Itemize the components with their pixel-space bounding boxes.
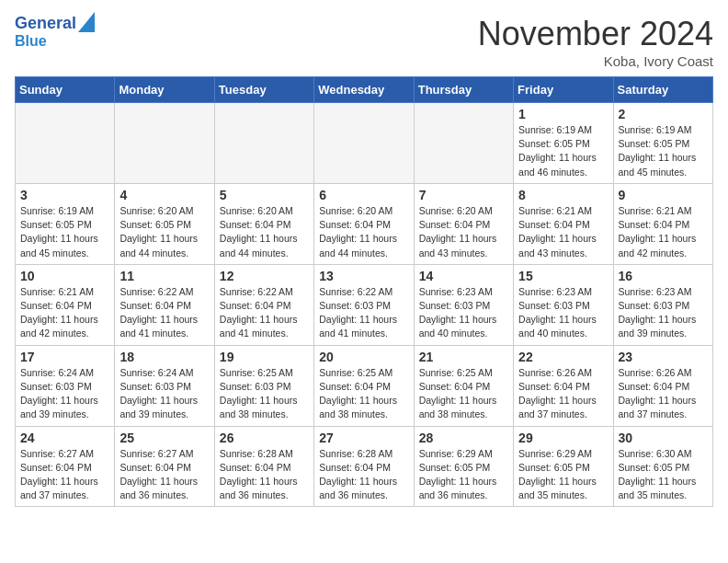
calendar-cell: 10Sunrise: 6:21 AMSunset: 6:04 PMDayligh…	[16, 264, 115, 345]
day-info: Sunrise: 6:27 AMSunset: 6:04 PMDaylight:…	[20, 447, 109, 503]
day-info: Sunrise: 6:24 AMSunset: 6:03 PMDaylight:…	[20, 366, 109, 422]
day-number: 17	[20, 350, 109, 364]
day-info: Sunrise: 6:20 AMSunset: 6:04 PMDaylight:…	[319, 204, 408, 260]
week-row-1: 1Sunrise: 6:19 AMSunset: 6:05 PMDaylight…	[16, 103, 713, 184]
day-number: 7	[419, 188, 508, 202]
day-info: Sunrise: 6:22 AMSunset: 6:04 PMDaylight:…	[220, 285, 309, 341]
calendar-cell: 27Sunrise: 6:28 AMSunset: 6:04 PMDayligh…	[314, 426, 414, 507]
day-number: 30	[619, 431, 708, 445]
calendar-cell	[115, 103, 214, 184]
calendar-cell: 18Sunrise: 6:24 AMSunset: 6:03 PMDayligh…	[115, 345, 214, 426]
calendar-cell: 19Sunrise: 6:25 AMSunset: 6:03 PMDayligh…	[214, 345, 313, 426]
day-info: Sunrise: 6:19 AMSunset: 6:05 PMDaylight:…	[619, 123, 708, 179]
day-info: Sunrise: 6:20 AMSunset: 6:05 PMDaylight:…	[119, 204, 209, 260]
weekday-header-sunday: Sunday	[16, 77, 115, 103]
day-number: 23	[619, 350, 708, 364]
day-info: Sunrise: 6:19 AMSunset: 6:05 PMDaylight:…	[20, 204, 109, 260]
calendar-cell	[314, 103, 414, 184]
day-number: 13	[319, 269, 408, 283]
day-info: Sunrise: 6:20 AMSunset: 6:04 PMDaylight:…	[419, 204, 508, 260]
day-info: Sunrise: 6:27 AMSunset: 6:04 PMDaylight:…	[119, 447, 209, 503]
calendar-cell: 2Sunrise: 6:19 AMSunset: 6:05 PMDaylight…	[613, 103, 712, 184]
calendar-cell: 3Sunrise: 6:19 AMSunset: 6:05 PMDaylight…	[16, 183, 115, 264]
calendar-cell: 20Sunrise: 6:25 AMSunset: 6:04 PMDayligh…	[314, 345, 414, 426]
calendar-cell: 23Sunrise: 6:26 AMSunset: 6:04 PMDayligh…	[613, 345, 712, 426]
weekday-header-row: SundayMondayTuesdayWednesdayThursdayFrid…	[16, 77, 713, 103]
day-number: 4	[119, 188, 209, 202]
day-number: 24	[20, 431, 109, 445]
calendar-cell: 25Sunrise: 6:27 AMSunset: 6:04 PMDayligh…	[115, 426, 214, 507]
calendar-cell: 12Sunrise: 6:22 AMSunset: 6:04 PMDayligh…	[214, 264, 313, 345]
calendar-cell: 21Sunrise: 6:25 AMSunset: 6:04 PMDayligh…	[414, 345, 513, 426]
calendar-cell	[16, 103, 115, 184]
calendar-cell: 22Sunrise: 6:26 AMSunset: 6:04 PMDayligh…	[514, 345, 613, 426]
day-number: 19	[220, 350, 309, 364]
day-number: 8	[518, 188, 608, 202]
weekday-header-monday: Monday	[115, 77, 214, 103]
day-number: 27	[319, 431, 408, 445]
calendar-cell: 28Sunrise: 6:29 AMSunset: 6:05 PMDayligh…	[414, 426, 513, 507]
day-info: Sunrise: 6:23 AMSunset: 6:03 PMDaylight:…	[518, 285, 608, 341]
calendar-cell: 14Sunrise: 6:23 AMSunset: 6:03 PMDayligh…	[414, 264, 513, 345]
day-number: 1	[518, 107, 608, 121]
calendar-cell: 30Sunrise: 6:30 AMSunset: 6:05 PMDayligh…	[613, 426, 712, 507]
calendar-cell: 9Sunrise: 6:21 AMSunset: 6:04 PMDaylight…	[613, 183, 712, 264]
calendar-table: SundayMondayTuesdayWednesdayThursdayFrid…	[15, 76, 713, 507]
day-info: Sunrise: 6:25 AMSunset: 6:04 PMDaylight:…	[419, 366, 508, 422]
calendar-cell	[214, 103, 313, 184]
weekday-header-friday: Friday	[514, 77, 613, 103]
day-info: Sunrise: 6:29 AMSunset: 6:05 PMDaylight:…	[419, 447, 508, 503]
calendar-cell: 6Sunrise: 6:20 AMSunset: 6:04 PMDaylight…	[314, 183, 414, 264]
weekday-header-wednesday: Wednesday	[314, 77, 414, 103]
day-number: 25	[119, 431, 209, 445]
logo-icon	[78, 12, 95, 32]
day-number: 3	[20, 188, 109, 202]
day-info: Sunrise: 6:24 AMSunset: 6:03 PMDaylight:…	[119, 366, 209, 422]
day-number: 5	[220, 188, 309, 202]
calendar-cell: 7Sunrise: 6:20 AMSunset: 6:04 PMDaylight…	[414, 183, 513, 264]
day-number: 15	[518, 269, 608, 283]
week-row-3: 10Sunrise: 6:21 AMSunset: 6:04 PMDayligh…	[16, 264, 713, 345]
day-info: Sunrise: 6:22 AMSunset: 6:04 PMDaylight:…	[119, 285, 209, 341]
day-info: Sunrise: 6:23 AMSunset: 6:03 PMDaylight:…	[619, 285, 708, 341]
day-info: Sunrise: 6:26 AMSunset: 6:04 PMDaylight:…	[518, 366, 608, 422]
day-info: Sunrise: 6:29 AMSunset: 6:05 PMDaylight:…	[518, 447, 608, 503]
calendar-cell: 15Sunrise: 6:23 AMSunset: 6:03 PMDayligh…	[514, 264, 613, 345]
calendar-cell: 29Sunrise: 6:29 AMSunset: 6:05 PMDayligh…	[514, 426, 613, 507]
day-info: Sunrise: 6:21 AMSunset: 6:04 PMDaylight:…	[619, 204, 708, 260]
calendar-cell: 1Sunrise: 6:19 AMSunset: 6:05 PMDaylight…	[514, 103, 613, 184]
day-number: 6	[319, 188, 408, 202]
day-info: Sunrise: 6:19 AMSunset: 6:05 PMDaylight:…	[518, 123, 608, 179]
calendar-cell: 11Sunrise: 6:22 AMSunset: 6:04 PMDayligh…	[115, 264, 214, 345]
day-info: Sunrise: 6:22 AMSunset: 6:03 PMDaylight:…	[319, 285, 408, 341]
logo: General Blue	[15, 15, 95, 49]
day-info: Sunrise: 6:23 AMSunset: 6:03 PMDaylight:…	[419, 285, 508, 341]
day-number: 9	[619, 188, 708, 202]
logo-text-general: General	[15, 15, 76, 33]
day-number: 18	[119, 350, 209, 364]
title-area: November 2024 Koba, Ivory Coast	[478, 15, 713, 69]
calendar-cell: 8Sunrise: 6:21 AMSunset: 6:04 PMDaylight…	[514, 183, 613, 264]
day-info: Sunrise: 6:25 AMSunset: 6:04 PMDaylight:…	[319, 366, 408, 422]
day-number: 11	[119, 269, 209, 283]
day-number: 12	[220, 269, 309, 283]
week-row-4: 17Sunrise: 6:24 AMSunset: 6:03 PMDayligh…	[16, 345, 713, 426]
day-info: Sunrise: 6:26 AMSunset: 6:04 PMDaylight:…	[619, 366, 708, 422]
day-info: Sunrise: 6:20 AMSunset: 6:04 PMDaylight:…	[220, 204, 309, 260]
calendar-cell	[414, 103, 513, 184]
day-number: 22	[518, 350, 608, 364]
calendar-cell: 17Sunrise: 6:24 AMSunset: 6:03 PMDayligh…	[16, 345, 115, 426]
location: Koba, Ivory Coast	[478, 53, 713, 69]
day-number: 10	[20, 269, 109, 283]
day-number: 16	[619, 269, 708, 283]
day-number: 29	[518, 431, 608, 445]
week-row-5: 24Sunrise: 6:27 AMSunset: 6:04 PMDayligh…	[16, 426, 713, 507]
calendar-cell: 16Sunrise: 6:23 AMSunset: 6:03 PMDayligh…	[613, 264, 712, 345]
weekday-header-saturday: Saturday	[613, 77, 712, 103]
month-title: November 2024	[478, 15, 713, 53]
day-number: 21	[419, 350, 508, 364]
day-info: Sunrise: 6:30 AMSunset: 6:05 PMDaylight:…	[619, 447, 708, 503]
day-info: Sunrise: 6:25 AMSunset: 6:03 PMDaylight:…	[220, 366, 309, 422]
logo-text-blue: Blue	[15, 33, 95, 50]
calendar-cell: 5Sunrise: 6:20 AMSunset: 6:04 PMDaylight…	[214, 183, 313, 264]
